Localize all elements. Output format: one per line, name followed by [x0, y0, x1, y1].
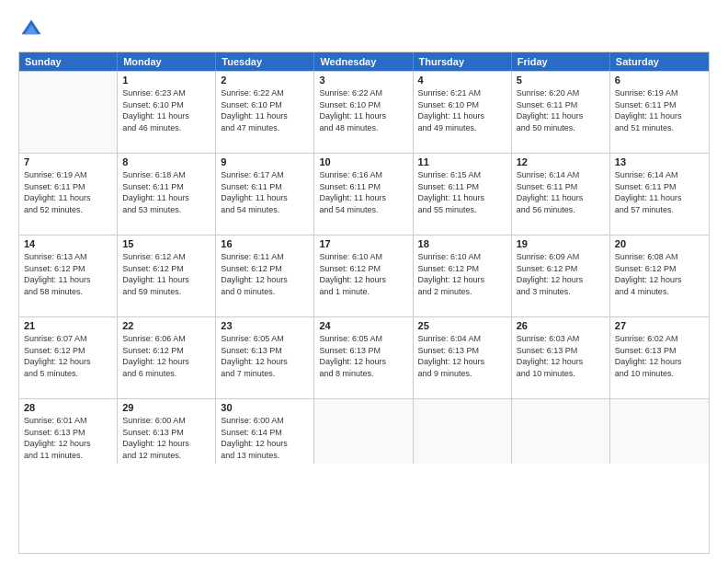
calendar-row-3: 14Sunrise: 6:13 AM Sunset: 6:12 PM Dayli…: [19, 235, 709, 316]
day-number: 17: [319, 238, 407, 249]
calendar-cell: 14Sunrise: 6:13 AM Sunset: 6:12 PM Dayli…: [19, 236, 118, 316]
calendar-cell: 1Sunrise: 6:23 AM Sunset: 6:10 PM Daylig…: [118, 72, 216, 153]
calendar-cell: 26Sunrise: 6:03 AM Sunset: 6:13 PM Dayli…: [512, 317, 610, 398]
day-info: Sunrise: 6:04 AM Sunset: 6:13 PM Dayligh…: [418, 333, 506, 379]
day-info: Sunrise: 6:13 AM Sunset: 6:12 PM Dayligh…: [24, 251, 112, 297]
calendar-cell: 6Sunrise: 6:19 AM Sunset: 6:11 PM Daylig…: [610, 72, 709, 153]
day-info: Sunrise: 6:14 AM Sunset: 6:11 PM Dayligh…: [517, 169, 605, 215]
day-number: 14: [24, 238, 112, 249]
header-day-sunday: Sunday: [19, 52, 118, 71]
day-number: 22: [122, 320, 210, 331]
day-info: Sunrise: 6:10 AM Sunset: 6:12 PM Dayligh…: [319, 251, 407, 297]
day-number: 8: [122, 156, 210, 167]
day-number: 25: [418, 320, 506, 331]
day-info: Sunrise: 6:08 AM Sunset: 6:12 PM Dayligh…: [615, 251, 704, 297]
day-info: Sunrise: 6:02 AM Sunset: 6:13 PM Dayligh…: [615, 333, 704, 379]
day-number: 5: [517, 75, 605, 86]
calendar-row-5: 28Sunrise: 6:01 AM Sunset: 6:13 PM Dayli…: [19, 398, 709, 464]
logo: [18, 17, 48, 42]
day-number: 12: [517, 156, 605, 167]
calendar-cell: 24Sunrise: 6:05 AM Sunset: 6:13 PM Dayli…: [314, 317, 413, 398]
day-number: 10: [319, 156, 407, 167]
day-info: Sunrise: 6:05 AM Sunset: 6:13 PM Dayligh…: [319, 333, 407, 379]
calendar-cell: 19Sunrise: 6:09 AM Sunset: 6:12 PM Dayli…: [512, 236, 610, 316]
day-number: 19: [517, 238, 605, 249]
day-info: Sunrise: 6:07 AM Sunset: 6:12 PM Dayligh…: [24, 333, 112, 379]
calendar-cell: 28Sunrise: 6:01 AM Sunset: 6:13 PM Dayli…: [19, 399, 118, 464]
day-info: Sunrise: 6:16 AM Sunset: 6:11 PM Dayligh…: [319, 169, 407, 215]
calendar-cell: [414, 399, 512, 464]
header-day-monday: Monday: [118, 52, 216, 71]
calendar-cell: 18Sunrise: 6:10 AM Sunset: 6:12 PM Dayli…: [414, 236, 512, 316]
calendar-cell: 15Sunrise: 6:12 AM Sunset: 6:12 PM Dayli…: [118, 236, 216, 316]
day-info: Sunrise: 6:00 AM Sunset: 6:13 PM Dayligh…: [122, 415, 210, 461]
day-info: Sunrise: 6:00 AM Sunset: 6:14 PM Dayligh…: [221, 415, 309, 461]
day-number: 4: [418, 75, 506, 86]
calendar: SundayMondayTuesdayWednesdayThursdayFrid…: [18, 52, 710, 554]
header-day-saturday: Saturday: [610, 52, 709, 71]
day-number: 15: [122, 238, 210, 249]
day-info: Sunrise: 6:05 AM Sunset: 6:13 PM Dayligh…: [221, 333, 309, 379]
page: SundayMondayTuesdayWednesdayThursdayFrid…: [0, 0, 728, 563]
day-number: 7: [24, 156, 112, 167]
day-info: Sunrise: 6:06 AM Sunset: 6:12 PM Dayligh…: [122, 333, 210, 379]
day-number: 9: [221, 156, 309, 167]
day-info: Sunrise: 6:11 AM Sunset: 6:12 PM Dayligh…: [221, 251, 309, 297]
day-info: Sunrise: 6:18 AM Sunset: 6:11 PM Dayligh…: [122, 169, 210, 215]
calendar-cell: 30Sunrise: 6:00 AM Sunset: 6:14 PM Dayli…: [216, 399, 314, 464]
calendar-cell: 17Sunrise: 6:10 AM Sunset: 6:12 PM Dayli…: [314, 236, 413, 316]
day-number: 29: [122, 402, 210, 413]
calendar-body: 1Sunrise: 6:23 AM Sunset: 6:10 PM Daylig…: [19, 71, 709, 464]
header-day-tuesday: Tuesday: [216, 52, 314, 71]
calendar-row-1: 1Sunrise: 6:23 AM Sunset: 6:10 PM Daylig…: [19, 71, 709, 153]
day-number: 11: [418, 156, 506, 167]
calendar-cell: 4Sunrise: 6:21 AM Sunset: 6:10 PM Daylig…: [414, 72, 512, 153]
day-info: Sunrise: 6:19 AM Sunset: 6:11 PM Dayligh…: [24, 169, 112, 215]
calendar-cell: [314, 399, 413, 464]
day-number: 24: [319, 320, 407, 331]
day-info: Sunrise: 6:12 AM Sunset: 6:12 PM Dayligh…: [122, 251, 210, 297]
calendar-cell: 3Sunrise: 6:22 AM Sunset: 6:10 PM Daylig…: [314, 72, 413, 153]
calendar-cell: 2Sunrise: 6:22 AM Sunset: 6:10 PM Daylig…: [216, 72, 314, 153]
day-number: 27: [615, 320, 704, 331]
calendar-cell: 10Sunrise: 6:16 AM Sunset: 6:11 PM Dayli…: [314, 154, 413, 235]
day-info: Sunrise: 6:19 AM Sunset: 6:11 PM Dayligh…: [615, 87, 704, 133]
day-number: 26: [517, 320, 605, 331]
calendar-cell: 5Sunrise: 6:20 AM Sunset: 6:11 PM Daylig…: [512, 72, 610, 153]
day-info: Sunrise: 6:23 AM Sunset: 6:10 PM Dayligh…: [122, 87, 210, 133]
day-number: 21: [24, 320, 112, 331]
day-number: 23: [221, 320, 309, 331]
calendar-cell: 23Sunrise: 6:05 AM Sunset: 6:13 PM Dayli…: [216, 317, 314, 398]
header-day-wednesday: Wednesday: [314, 52, 413, 71]
calendar-cell: 20Sunrise: 6:08 AM Sunset: 6:12 PM Dayli…: [610, 236, 709, 316]
day-info: Sunrise: 6:14 AM Sunset: 6:11 PM Dayligh…: [615, 169, 704, 215]
calendar-cell: 12Sunrise: 6:14 AM Sunset: 6:11 PM Dayli…: [512, 154, 610, 235]
day-info: Sunrise: 6:21 AM Sunset: 6:10 PM Dayligh…: [418, 87, 506, 133]
day-info: Sunrise: 6:01 AM Sunset: 6:13 PM Dayligh…: [24, 415, 112, 461]
header: [18, 17, 710, 42]
day-number: 13: [615, 156, 704, 167]
header-day-friday: Friday: [512, 52, 610, 71]
day-number: 18: [418, 238, 506, 249]
calendar-cell: 7Sunrise: 6:19 AM Sunset: 6:11 PM Daylig…: [19, 154, 118, 235]
calendar-cell: 27Sunrise: 6:02 AM Sunset: 6:13 PM Dayli…: [610, 317, 709, 398]
calendar-cell: 21Sunrise: 6:07 AM Sunset: 6:12 PM Dayli…: [19, 317, 118, 398]
calendar-cell: 11Sunrise: 6:15 AM Sunset: 6:11 PM Dayli…: [414, 154, 512, 235]
day-info: Sunrise: 6:20 AM Sunset: 6:11 PM Dayligh…: [517, 87, 605, 133]
calendar-cell: 25Sunrise: 6:04 AM Sunset: 6:13 PM Dayli…: [414, 317, 512, 398]
day-info: Sunrise: 6:10 AM Sunset: 6:12 PM Dayligh…: [418, 251, 506, 297]
day-info: Sunrise: 6:03 AM Sunset: 6:13 PM Dayligh…: [517, 333, 605, 379]
day-info: Sunrise: 6:17 AM Sunset: 6:11 PM Dayligh…: [221, 169, 309, 215]
day-info: Sunrise: 6:15 AM Sunset: 6:11 PM Dayligh…: [418, 169, 506, 215]
day-number: 30: [221, 402, 309, 413]
calendar-cell: 29Sunrise: 6:00 AM Sunset: 6:13 PM Dayli…: [118, 399, 216, 464]
day-info: Sunrise: 6:22 AM Sunset: 6:10 PM Dayligh…: [221, 87, 309, 133]
calendar-header: SundayMondayTuesdayWednesdayThursdayFrid…: [19, 52, 709, 71]
logo-icon: [18, 17, 44, 42]
day-number: 20: [615, 238, 704, 249]
calendar-cell: 16Sunrise: 6:11 AM Sunset: 6:12 PM Dayli…: [216, 236, 314, 316]
day-info: Sunrise: 6:22 AM Sunset: 6:10 PM Dayligh…: [319, 87, 407, 133]
calendar-row-4: 21Sunrise: 6:07 AM Sunset: 6:12 PM Dayli…: [19, 316, 709, 398]
day-number: 3: [319, 75, 407, 86]
calendar-cell: 9Sunrise: 6:17 AM Sunset: 6:11 PM Daylig…: [216, 154, 314, 235]
